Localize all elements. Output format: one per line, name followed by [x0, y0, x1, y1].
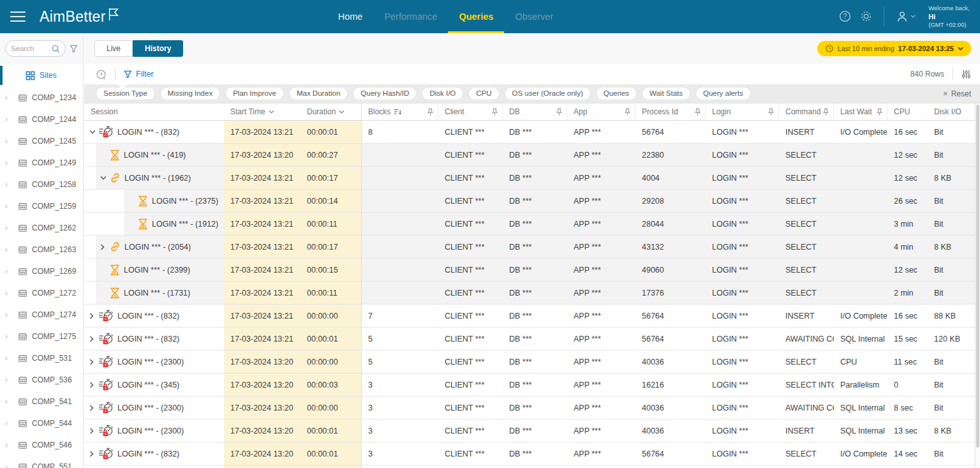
sidebar-item-comp-1244[interactable]: ›COMP_1244 — [0, 109, 83, 130]
pin-icon[interactable] — [556, 108, 563, 116]
table-row[interactable]: LOGIN *** - (832)17-03-2024 13:2100:00:0… — [84, 121, 975, 144]
filter-chip-plan-improve[interactable]: Plan Improve — [225, 87, 284, 100]
sidebar-item-comp-1274[interactable]: ›COMP_1274 — [0, 304, 83, 326]
column-header-process-id[interactable]: Process Id — [635, 103, 706, 120]
table-row[interactable]: LOGIN *** - (1731)17-03-2024 13:2100:00:… — [84, 282, 975, 305]
filter-button[interactable]: Filter — [124, 70, 154, 79]
filter-funnel-icon[interactable] — [70, 45, 78, 53]
expand-chevron-icon[interactable] — [89, 405, 99, 411]
table-row[interactable]: LOGIN *** - (345)17-03-2024 13:2000:00:0… — [84, 374, 975, 396]
pin-icon[interactable] — [427, 108, 434, 116]
column-header-login[interactable]: Login — [706, 103, 779, 120]
column-header-duration[interactable]: Duration — [301, 103, 361, 120]
table-row[interactable]: LOGIN *** - (2399)17-03-2024 13:2100:00:… — [84, 259, 975, 282]
table-row[interactable]: LOGIN *** - (1912)17-03-2024 13:2100:00:… — [84, 213, 975, 236]
tab-history[interactable]: History — [133, 40, 183, 57]
tab-live[interactable]: Live — [94, 40, 133, 57]
expand-chevron-icon[interactable] — [89, 336, 99, 342]
pin-icon[interactable] — [876, 108, 883, 116]
hamburger-menu-icon[interactable] — [10, 11, 26, 22]
pin-icon[interactable] — [491, 108, 498, 116]
table-row[interactable]: LOGIN *** - (419)17-03-2024 13:2000:00:2… — [84, 144, 975, 167]
filter-chip-wait-stats[interactable]: Wait Stats — [642, 87, 690, 100]
filter-chip-query-hash-id[interactable]: Query Hash/ID — [353, 87, 417, 100]
table-row[interactable]: LOGIN *** - (832)17-03-2024 13:2100:00:0… — [84, 305, 975, 328]
settings-gear-icon[interactable] — [860, 10, 872, 22]
column-header-session[interactable]: Session — [84, 103, 224, 120]
table-row[interactable]: LOGIN *** - (832)17-03-2024 13:2000:00:0… — [84, 442, 975, 465]
pin-icon[interactable] — [624, 108, 631, 116]
help-icon[interactable]: ? — [839, 10, 851, 22]
filter-chip-missing-index[interactable]: Missing Index — [160, 87, 220, 100]
cell-last-wait — [834, 236, 887, 258]
sidebar-item-comp-1263[interactable]: ›COMP_1263 — [0, 239, 83, 260]
vertical-scrollbar[interactable] — [975, 103, 980, 468]
table-row[interactable] — [84, 465, 975, 468]
sidebar-item-comp-1259[interactable]: ›COMP_1259 — [0, 195, 83, 217]
table-row[interactable]: LOGIN *** - (1962)17-03-2024 13:2100:00:… — [84, 167, 975, 190]
pin-icon[interactable] — [822, 108, 829, 116]
filter-chip-os-user-oracle-only[interactable]: OS user (Oracle only) — [505, 87, 591, 100]
column-header-blocks[interactable]: Blocks — [361, 103, 438, 120]
search-icon[interactable] — [52, 45, 60, 53]
table-row[interactable]: LOGIN *** - (2300)17-03-2024 13:2000:00:… — [84, 419, 975, 442]
expand-chevron-icon[interactable] — [89, 359, 99, 365]
brand-logo[interactable]: AimBetter — [40, 8, 120, 26]
sidebar-item-comp-1258[interactable]: ›COMP_1258 — [0, 174, 83, 195]
filter-chip-disk-i-o[interactable]: Disk I/O — [422, 87, 463, 100]
column-header-last-wait[interactable]: Last Wait — [834, 103, 887, 120]
sidebar-item-comp-1249[interactable]: ›COMP_1249 — [0, 152, 83, 174]
table-row[interactable]: LOGIN *** - (2300)17-03-2024 13:2000:00:… — [84, 351, 975, 374]
column-header-app[interactable]: App — [567, 103, 635, 120]
expand-chevron-icon[interactable] — [89, 428, 99, 434]
collapse-chevron-icon[interactable] — [100, 176, 110, 180]
history-clock-icon[interactable] — [96, 69, 107, 80]
search-box[interactable] — [5, 40, 66, 57]
sidebar-item-comp-551[interactable]: ›COMP_551 — [0, 456, 83, 468]
sidebar-item-comp-531[interactable]: ›COMP_531 — [0, 347, 83, 369]
column-header-cpu[interactable]: CPU — [887, 103, 928, 120]
pin-icon[interactable] — [768, 108, 775, 116]
scrollbar-thumb[interactable] — [976, 105, 979, 448]
expand-chevron-icon[interactable] — [89, 313, 99, 319]
sidebar-item-comp-544[interactable]: ›COMP_544 — [0, 412, 83, 434]
sidebar-item-sites[interactable]: Sites — [0, 64, 83, 87]
sidebar-item-comp-1245[interactable]: ›COMP_1245 — [0, 130, 83, 152]
expand-chevron-icon[interactable] — [100, 244, 110, 250]
nav-item-queries[interactable]: Queries — [448, 0, 504, 33]
filter-chip-query-alerts[interactable]: Query alerts — [695, 87, 751, 100]
nav-item-home[interactable]: Home — [327, 0, 374, 33]
cell-blocks — [361, 259, 438, 281]
sliders-icon[interactable] — [961, 70, 971, 79]
table-row[interactable]: LOGIN *** - (832)17-03-2024 13:2100:00:0… — [84, 328, 975, 351]
sidebar-item-comp-1262[interactable]: ›COMP_1262 — [0, 217, 83, 239]
sidebar-item-comp-1275[interactable]: ›COMP_1275 — [0, 326, 83, 347]
collapse-chevron-icon[interactable] — [89, 130, 99, 134]
table-row[interactable]: LOGIN *** - (2054)17-03-2024 13:2100:00:… — [84, 236, 975, 259]
reset-button[interactable]: × Reset — [943, 89, 971, 98]
sidebar-item-comp-1234[interactable]: ›COMP_1234 — [0, 87, 83, 109]
filter-chip-max-duration[interactable]: Max Duration — [289, 87, 348, 100]
expand-chevron-icon[interactable] — [89, 451, 99, 457]
table-row[interactable]: LOGIN *** - (2375)17-03-2024 13:2100:00:… — [84, 190, 975, 213]
sidebar-item-comp-541[interactable]: ›COMP_541 — [0, 391, 83, 412]
filter-chip-cpu[interactable]: CPU — [468, 87, 499, 100]
column-header-command[interactable]: Command — [779, 103, 834, 120]
sidebar-item-comp-1272[interactable]: ›COMP_1272 — [0, 282, 83, 304]
column-header-disk-io[interactable]: Disk I/O — [928, 103, 975, 120]
user-menu[interactable] — [896, 10, 916, 23]
nav-item-performance[interactable]: Performance — [373, 0, 448, 33]
sidebar-item-comp-536[interactable]: ›COMP_536 — [0, 369, 83, 391]
time-range-selector[interactable]: Last 10 min ending 17-03-2024 13:25 — [817, 41, 971, 56]
search-input[interactable] — [11, 45, 49, 52]
column-header-client[interactable]: Client — [438, 103, 503, 120]
filter-chip-queries[interactable]: Queries — [596, 87, 637, 100]
expand-chevron-icon[interactable] — [89, 382, 99, 388]
sidebar-item-comp-546[interactable]: ›COMP_546 — [0, 434, 83, 456]
table-row[interactable]: LOGIN *** - (2300)17-03-2024 13:2000:00:… — [84, 396, 975, 419]
column-header-start-time[interactable]: Start Time — [224, 103, 301, 120]
nav-item-observer[interactable]: Observer — [504, 0, 564, 33]
sidebar-item-comp-1269[interactable]: ›COMP_1269 — [0, 260, 83, 282]
pin-icon[interactable] — [694, 108, 701, 116]
column-header-db[interactable]: DB — [503, 103, 567, 120]
